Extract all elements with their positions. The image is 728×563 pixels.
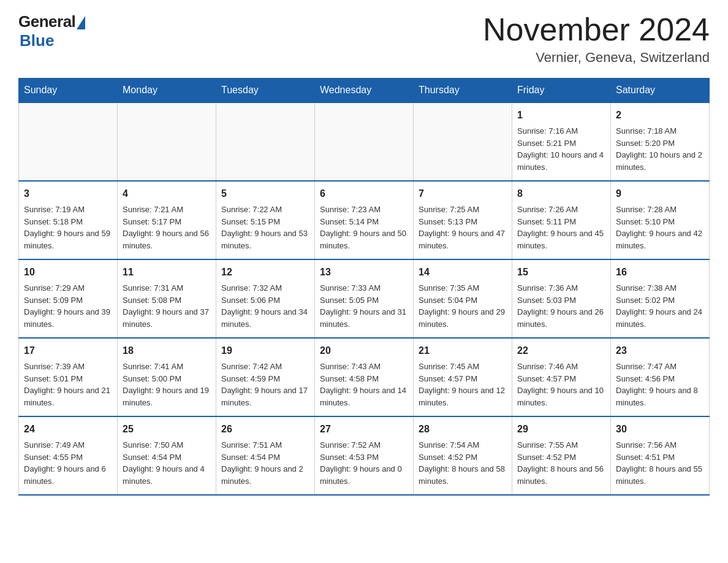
calendar-cell: 30Sunrise: 7:56 AMSunset: 4:51 PMDayligh… (611, 416, 710, 495)
day-info: Sunrise: 7:35 AMSunset: 5:04 PMDaylight:… (419, 282, 507, 330)
calendar-day-header: Saturday (611, 79, 710, 103)
calendar-cell: 3Sunrise: 7:19 AMSunset: 5:18 PMDaylight… (19, 181, 118, 259)
calendar-cell: 1Sunrise: 7:16 AMSunset: 5:21 PMDaylight… (512, 102, 611, 181)
day-number: 7 (419, 186, 507, 201)
calendar-cell: 10Sunrise: 7:29 AMSunset: 5:09 PMDayligh… (19, 259, 118, 338)
day-info: Sunrise: 7:16 AMSunset: 5:21 PMDaylight:… (517, 125, 605, 173)
calendar-day-header: Wednesday (315, 79, 414, 103)
day-number: 9 (616, 186, 704, 201)
day-number: 26 (221, 422, 309, 437)
day-info: Sunrise: 7:19 AMSunset: 5:18 PMDaylight:… (24, 204, 112, 251)
day-info: Sunrise: 7:45 AMSunset: 4:57 PMDaylight:… (419, 361, 507, 408)
day-info: Sunrise: 7:25 AMSunset: 5:13 PMDaylight:… (419, 204, 507, 251)
day-info: Sunrise: 7:28 AMSunset: 5:10 PMDaylight:… (616, 204, 704, 251)
calendar-cell: 26Sunrise: 7:51 AMSunset: 4:54 PMDayligh… (216, 416, 315, 495)
day-number: 30 (616, 422, 704, 437)
day-number: 14 (419, 265, 507, 280)
day-info: Sunrise: 7:41 AMSunset: 5:00 PMDaylight:… (123, 361, 211, 408)
calendar-week-row: 1Sunrise: 7:16 AMSunset: 5:21 PMDaylight… (19, 102, 710, 181)
day-info: Sunrise: 7:26 AMSunset: 5:11 PMDaylight:… (517, 204, 605, 251)
calendar-cell: 25Sunrise: 7:50 AMSunset: 4:54 PMDayligh… (118, 416, 216, 495)
day-info: Sunrise: 7:29 AMSunset: 5:09 PMDaylight:… (24, 282, 112, 330)
day-number: 24 (24, 422, 112, 437)
calendar-cell: 11Sunrise: 7:31 AMSunset: 5:08 PMDayligh… (118, 259, 216, 338)
page-subtitle: Vernier, Geneva, Switzerland (483, 50, 710, 66)
day-number: 2 (616, 108, 704, 123)
calendar-cell: 22Sunrise: 7:46 AMSunset: 4:57 PMDayligh… (512, 338, 611, 416)
calendar-cell: 23Sunrise: 7:47 AMSunset: 4:56 PMDayligh… (611, 338, 710, 416)
calendar-week-row: 24Sunrise: 7:49 AMSunset: 4:55 PMDayligh… (19, 416, 710, 495)
title-block: November 2024 Vernier, Geneva, Switzerla… (483, 12, 710, 66)
day-number: 16 (616, 265, 704, 280)
day-info: Sunrise: 7:32 AMSunset: 5:06 PMDaylight:… (221, 282, 309, 330)
day-info: Sunrise: 7:49 AMSunset: 4:55 PMDaylight:… (24, 439, 112, 487)
day-number: 1 (517, 108, 605, 123)
day-info: Sunrise: 7:47 AMSunset: 4:56 PMDaylight:… (616, 361, 704, 408)
calendar-cell: 4Sunrise: 7:21 AMSunset: 5:17 PMDaylight… (118, 181, 216, 259)
day-number: 4 (123, 186, 211, 201)
day-number: 12 (221, 265, 309, 280)
day-number: 21 (419, 343, 507, 358)
calendar-cell: 6Sunrise: 7:23 AMSunset: 5:14 PMDaylight… (315, 181, 414, 259)
calendar-cell (118, 102, 216, 181)
calendar-cell: 19Sunrise: 7:42 AMSunset: 4:59 PMDayligh… (216, 338, 315, 416)
calendar-day-header: Thursday (414, 79, 512, 103)
calendar-cell (19, 102, 118, 181)
calendar-cell (414, 102, 512, 181)
day-info: Sunrise: 7:23 AMSunset: 5:14 PMDaylight:… (320, 204, 408, 251)
day-number: 20 (320, 343, 408, 358)
day-info: Sunrise: 7:18 AMSunset: 5:20 PMDaylight:… (616, 125, 704, 173)
day-info: Sunrise: 7:21 AMSunset: 5:17 PMDaylight:… (123, 204, 211, 251)
calendar-cell: 28Sunrise: 7:54 AMSunset: 4:52 PMDayligh… (414, 416, 512, 495)
logo-blue-text: Blue (20, 31, 54, 50)
calendar-cell: 18Sunrise: 7:41 AMSunset: 5:00 PMDayligh… (118, 338, 216, 416)
day-number: 29 (517, 422, 605, 437)
calendar-day-header: Tuesday (216, 79, 315, 103)
day-number: 8 (517, 186, 605, 201)
calendar-cell: 15Sunrise: 7:36 AMSunset: 5:03 PMDayligh… (512, 259, 611, 338)
day-number: 17 (24, 343, 112, 358)
day-number: 6 (320, 186, 408, 201)
day-info: Sunrise: 7:33 AMSunset: 5:05 PMDaylight:… (320, 282, 408, 330)
day-number: 19 (221, 343, 309, 358)
calendar-cell: 29Sunrise: 7:55 AMSunset: 4:52 PMDayligh… (512, 416, 611, 495)
day-info: Sunrise: 7:38 AMSunset: 5:02 PMDaylight:… (616, 282, 704, 330)
logo-triangle-icon (77, 16, 85, 29)
calendar-cell: 7Sunrise: 7:25 AMSunset: 5:13 PMDaylight… (414, 181, 512, 259)
day-info: Sunrise: 7:43 AMSunset: 4:58 PMDaylight:… (320, 361, 408, 408)
calendar-cell: 2Sunrise: 7:18 AMSunset: 5:20 PMDaylight… (611, 102, 710, 181)
calendar-cell (216, 102, 315, 181)
calendar-cell: 17Sunrise: 7:39 AMSunset: 5:01 PMDayligh… (19, 338, 118, 416)
calendar-cell: 16Sunrise: 7:38 AMSunset: 5:02 PMDayligh… (611, 259, 710, 338)
day-info: Sunrise: 7:55 AMSunset: 4:52 PMDaylight:… (517, 439, 605, 487)
day-number: 27 (320, 422, 408, 437)
day-number: 23 (616, 343, 704, 358)
day-info: Sunrise: 7:56 AMSunset: 4:51 PMDaylight:… (616, 439, 704, 487)
calendar-day-header: Friday (512, 79, 611, 103)
day-info: Sunrise: 7:42 AMSunset: 4:59 PMDaylight:… (221, 361, 309, 408)
calendar-cell: 24Sunrise: 7:49 AMSunset: 4:55 PMDayligh… (19, 416, 118, 495)
day-info: Sunrise: 7:39 AMSunset: 5:01 PMDaylight:… (24, 361, 112, 408)
day-info: Sunrise: 7:52 AMSunset: 4:53 PMDaylight:… (320, 439, 408, 487)
day-number: 3 (24, 186, 112, 201)
calendar-week-row: 10Sunrise: 7:29 AMSunset: 5:09 PMDayligh… (19, 259, 710, 338)
day-info: Sunrise: 7:51 AMSunset: 4:54 PMDaylight:… (221, 439, 309, 487)
calendar-cell: 21Sunrise: 7:45 AMSunset: 4:57 PMDayligh… (414, 338, 512, 416)
day-number: 18 (123, 343, 211, 358)
day-number: 22 (517, 343, 605, 358)
day-number: 5 (221, 186, 309, 201)
calendar-week-row: 3Sunrise: 7:19 AMSunset: 5:18 PMDaylight… (19, 181, 710, 259)
page-header: General Blue November 2024 Vernier, Gene… (18, 12, 710, 66)
day-number: 25 (123, 422, 211, 437)
day-number: 11 (123, 265, 211, 280)
day-number: 28 (419, 422, 507, 437)
day-info: Sunrise: 7:31 AMSunset: 5:08 PMDaylight:… (123, 282, 211, 330)
calendar-cell: 14Sunrise: 7:35 AMSunset: 5:04 PMDayligh… (414, 259, 512, 338)
page-title: November 2024 (483, 12, 710, 47)
day-number: 10 (24, 265, 112, 280)
calendar-cell: 9Sunrise: 7:28 AMSunset: 5:10 PMDaylight… (611, 181, 710, 259)
day-info: Sunrise: 7:46 AMSunset: 4:57 PMDaylight:… (517, 361, 605, 408)
calendar-week-row: 17Sunrise: 7:39 AMSunset: 5:01 PMDayligh… (19, 338, 710, 416)
calendar-cell: 13Sunrise: 7:33 AMSunset: 5:05 PMDayligh… (315, 259, 414, 338)
calendar-cell (315, 102, 414, 181)
